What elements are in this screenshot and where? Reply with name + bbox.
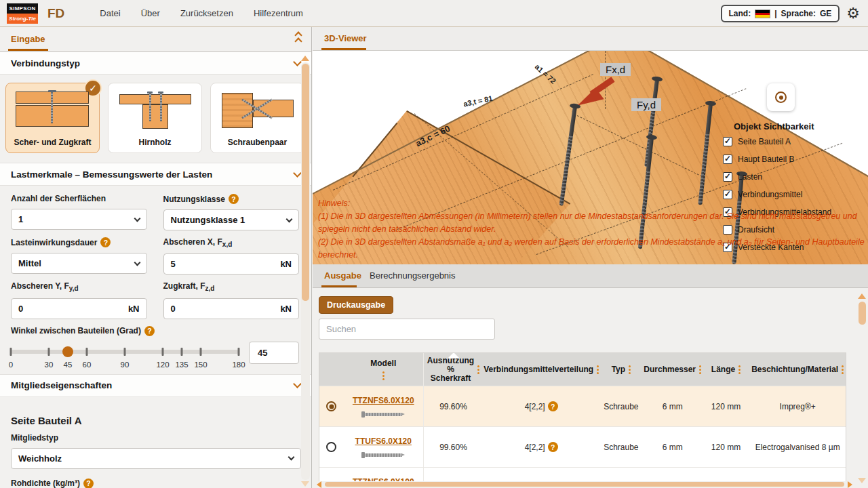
tab-ausgabe[interactable]: Ausgabe — [324, 270, 361, 281]
collapse-panel-icon[interactable] — [292, 32, 304, 47]
column-menu-icon[interactable] — [699, 365, 701, 374]
model-link[interactable]: TTZNFS6.0X120 — [353, 396, 414, 405]
help-icon[interactable]: ? — [229, 194, 239, 204]
scroll-right-icon[interactable] — [848, 481, 852, 488]
force-label-fyd: Fy,d — [631, 98, 661, 111]
card-scher-und-zugkraft[interactable]: ✓ Scher- und Zugkraft — [5, 83, 100, 153]
tab-eingabe[interactable]: Eingabe — [11, 27, 45, 51]
scroll-up-icon[interactable] — [858, 293, 866, 299]
settings-gear-icon[interactable]: ⚙ — [846, 6, 860, 21]
card-illustration-schraubenpaar — [211, 90, 304, 129]
label-nutzungsklasse: Nutzungsklasse? — [163, 194, 300, 204]
menu-ueber[interactable]: Über — [141, 8, 160, 18]
chevron-down-icon — [134, 259, 140, 266]
scroll-down-icon[interactable] — [858, 478, 866, 483]
col-modell[interactable]: Modell — [344, 353, 424, 386]
column-menu-icon[interactable] — [842, 365, 844, 374]
german-flag-icon — [755, 9, 770, 18]
chevron-down-icon — [286, 216, 293, 222]
label-zugkraft-z: Zugkraft, Fz,d — [163, 281, 300, 292]
card-hirnholz[interactable]: Hirnholz — [108, 83, 202, 153]
output-horizontal-scrollbar[interactable] — [317, 481, 852, 487]
col-verteilung[interactable]: Verbindungsmittelverteilung — [483, 353, 599, 386]
checkbox-icon[interactable] — [723, 137, 732, 146]
section-lastmerkmale[interactable]: Lastmerkmale – Bemessungswerte der Laste… — [0, 163, 311, 186]
scrollbar-thumb[interactable] — [325, 482, 844, 487]
print-output-button[interactable]: Druckausgabe — [319, 296, 393, 314]
output-vertical-scrollbar[interactable] — [858, 293, 867, 483]
scroll-down-icon[interactable] — [301, 481, 309, 487]
select-nutzungsklasse[interactable]: Nutzungsklasse 1 — [163, 209, 300, 230]
column-menu-icon[interactable] — [477, 365, 479, 374]
output-body: Druckausgabe Modell Ausnutzung % Scherkr… — [313, 288, 868, 488]
help-icon[interactable]: ? — [548, 401, 558, 411]
input-panel-scrollbar[interactable] — [301, 56, 310, 487]
table-row[interactable]: TTZNFS6.0X120 99.60% 4[2,2]? Schraube 6 … — [319, 386, 846, 426]
tab-3d-viewer[interactable]: 3D-Viewer — [324, 33, 367, 43]
chevron-down-icon — [293, 169, 302, 178]
select-mitgliedstyp[interactable]: Weichholz — [11, 448, 301, 469]
help-icon[interactable]: ? — [144, 326, 155, 336]
type-value: Schraube — [599, 427, 643, 467]
utilization-value: 99.60% — [424, 427, 484, 467]
locale-separator: | — [774, 9, 776, 18]
reset-view-button[interactable] — [767, 83, 795, 111]
menu-hilfezentrum[interactable]: Hilfezentrum — [254, 8, 303, 18]
col-laenge[interactable]: Länge — [703, 353, 750, 386]
tab-berechnungsergebnis[interactable]: Berechnungsergebnis — [370, 270, 455, 281]
row-radio[interactable] — [326, 442, 336, 452]
scroll-left-icon[interactable] — [317, 481, 321, 488]
help-icon[interactable]: ? — [83, 479, 94, 488]
column-menu-icon[interactable] — [382, 371, 384, 380]
menu-datei[interactable]: Datei — [100, 8, 120, 18]
input-zugkraft-z[interactable]: 0kN — [163, 298, 300, 319]
viewer-canvas[interactable]: a3,c = 60 a3,t = 81 a1 = 72 Fx,d Fy,d Ob… — [313, 51, 868, 264]
scrollbar-thumb[interactable] — [302, 64, 309, 301]
section-mitgliedseigenschaften[interactable]: Mitgliedseigenschaften — [0, 374, 311, 397]
select-lasteinwirkungsdauer[interactable]: Mittel — [11, 253, 147, 274]
col-beschichtung[interactable]: Beschichtung/Material — [749, 353, 846, 386]
label-anzahl-scherflaechen: Anzahl der Scherflächen — [11, 194, 147, 203]
note-title: Hinweis: — [318, 197, 865, 210]
row-radio-selected[interactable] — [326, 401, 336, 411]
model-link[interactable]: TTUFS6.0X120 — [355, 436, 412, 446]
search-input[interactable] — [319, 319, 495, 340]
scrollbar-thumb[interactable] — [859, 302, 866, 325]
checkbox-lasten[interactable]: Lasten — [723, 172, 859, 182]
menu-zuruecksetzen[interactable]: Zurücksetzen — [180, 8, 233, 18]
input-abscheren-x[interactable]: 5kN — [163, 253, 300, 274]
checkbox-icon[interactable] — [723, 155, 732, 164]
column-menu-icon[interactable] — [597, 365, 599, 374]
distribution-value: 4[2,2]? — [483, 386, 599, 426]
checkbox-seite-bauteil-a[interactable]: Seite Bauteil A — [723, 137, 859, 146]
type-value: Schraube — [599, 468, 643, 481]
locale-selector[interactable]: Land: | Sprache: GE — [721, 5, 840, 22]
column-menu-icon[interactable] — [629, 365, 631, 374]
scroll-up-icon[interactable] — [301, 56, 309, 61]
help-icon[interactable]: ? — [100, 237, 111, 247]
viewer-note: Hinweis: (1) Die in 3D dargestellten Abm… — [318, 197, 865, 262]
checkbox-icon[interactable] — [723, 172, 732, 182]
column-menu-icon[interactable] — [738, 365, 741, 374]
col-typ[interactable]: Typ — [599, 353, 643, 386]
card-schraubenpaar[interactable]: Schraubenpaar — [210, 83, 304, 153]
angle-value-input[interactable]: 45 — [249, 342, 299, 364]
note-line1: (1) Die in 3D dargestellten Abmessungen … — [318, 210, 865, 236]
col-ausnutzung[interactable]: Ausnutzung % Scherkraft — [424, 353, 484, 386]
slider-track[interactable]: 0 30 45 60 90 120 135 150 180 — [11, 350, 239, 354]
checkbox-haupt-bauteil-b[interactable]: Haupt Bauteil B — [723, 155, 859, 164]
help-icon[interactable]: ? — [548, 442, 558, 452]
language-value: GE — [820, 9, 831, 18]
utilization-value: 99.60% — [424, 386, 484, 426]
table-row[interactable]: TTZNFS6.0X100 99.60% 4[2,2]? Schraube 6 … — [319, 467, 846, 481]
input-panel: Eingabe Verbindungstyp ✓ Scher- und Zugk… — [0, 27, 312, 488]
input-abscheren-y[interactable]: 0kN — [11, 298, 147, 319]
col-durchmesser[interactable]: Durchmesser — [643, 353, 703, 386]
table-row[interactable]: TTUFS6.0X120 99.60% 4[2,2]? Schraube 6 m… — [319, 426, 846, 467]
screw-image — [361, 411, 405, 418]
select-anzahl-scherflaechen[interactable]: 1 — [11, 209, 147, 230]
section-verbindungstyp[interactable]: Verbindungstyp — [0, 52, 311, 75]
slider-handle[interactable] — [62, 346, 73, 357]
coating-value: Impreg®+ — [749, 468, 846, 481]
label-mitgliedstyp: Mitgliedstyp — [11, 433, 299, 443]
